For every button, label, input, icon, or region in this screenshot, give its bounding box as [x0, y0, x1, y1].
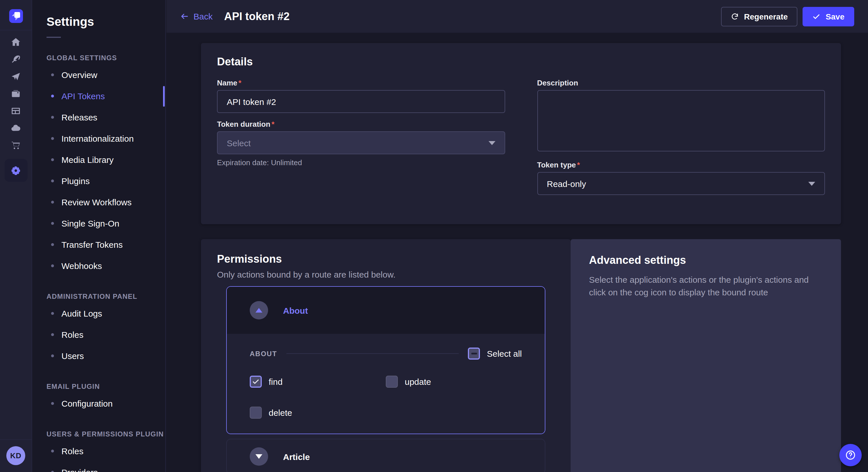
- refresh-icon: [731, 12, 739, 20]
- bullet-icon: [51, 243, 54, 246]
- sidebar-item-up-roles[interactable]: Roles: [32, 440, 165, 462]
- sidebar-item-media-library[interactable]: Media Library: [32, 149, 165, 170]
- sidebar-item-single-sign-on[interactable]: Single Sign-On: [32, 213, 165, 234]
- sidebar-item-audit-logs[interactable]: Audit Logs: [32, 303, 165, 324]
- bullet-icon: [51, 264, 54, 267]
- back-link[interactable]: Back: [180, 11, 213, 21]
- feather-icon[interactable]: [7, 53, 25, 65]
- description-textarea[interactable]: [537, 90, 825, 151]
- page-title: API token #2: [224, 10, 290, 23]
- token-type-label: Token type*: [537, 161, 825, 169]
- bullet-icon: [51, 471, 54, 472]
- icon-rail: KD: [0, 0, 32, 472]
- regenerate-button[interactable]: Regenerate: [721, 7, 798, 26]
- sidebar-title: Settings: [46, 15, 165, 29]
- section-global-settings: GLOBAL SETTINGS: [46, 54, 165, 62]
- media-icon[interactable]: [7, 88, 25, 100]
- advanced-settings-heading: Advanced settings: [589, 254, 823, 267]
- page-content: Details Name* Token duration* Select: [166, 33, 868, 472]
- section-administration-panel: ADMINISTRATION PANEL: [46, 293, 165, 301]
- find-checkbox[interactable]: [250, 376, 262, 388]
- token-duration-select[interactable]: Select: [217, 131, 505, 154]
- cart-icon[interactable]: [7, 139, 25, 151]
- sidebar-item-internationalization[interactable]: Internationalization: [32, 128, 165, 149]
- accordion-article-header[interactable]: Article: [227, 439, 545, 472]
- sidebar-item-configuration[interactable]: Configuration: [32, 393, 165, 414]
- active-indicator: [163, 86, 165, 106]
- sidebar-item-providers[interactable]: Providers: [32, 462, 165, 472]
- action-row-delete: delete: [250, 407, 386, 419]
- rail-divider: [0, 439, 32, 440]
- action-row-find: find: [250, 376, 386, 388]
- cloud-icon[interactable]: [7, 122, 25, 134]
- permissions-subtitle: Only actions bound by a route are listed…: [217, 270, 555, 279]
- sidebar-item-plugins[interactable]: Plugins: [32, 170, 165, 192]
- send-icon[interactable]: [7, 71, 25, 82]
- name-input[interactable]: [217, 90, 505, 113]
- strapi-admin-app: KD Settings GLOBAL SETTINGS Overview API…: [0, 0, 868, 472]
- bullet-icon: [51, 116, 54, 119]
- bullet-icon: [51, 355, 54, 357]
- section-email-plugin: EMAIL PLUGIN: [46, 382, 165, 391]
- page-header: Back API token #2 Regenerate Save: [166, 0, 868, 33]
- bullet-icon: [51, 222, 54, 225]
- permissions-heading: Permissions: [217, 253, 555, 266]
- expand-toggle-icon[interactable]: [250, 447, 268, 466]
- required-asterisk: *: [577, 161, 580, 169]
- bullet-icon: [51, 95, 54, 98]
- group-divider: [286, 353, 459, 354]
- accordion-about-header[interactable]: About: [227, 287, 545, 334]
- question-mark-icon: [844, 449, 857, 461]
- required-asterisk: *: [239, 78, 241, 87]
- check-icon: [813, 12, 820, 20]
- sidebar-item-releases[interactable]: Releases: [32, 107, 165, 128]
- save-button[interactable]: Save: [803, 7, 854, 26]
- sidebar-item-admin-roles[interactable]: Roles: [32, 324, 165, 345]
- bullet-icon: [51, 201, 54, 204]
- accordion-article-label: Article: [283, 452, 310, 461]
- bullet-icon: [51, 402, 54, 405]
- sidebar-item-webhooks[interactable]: Webhooks: [32, 255, 165, 276]
- arrow-left-icon: [180, 12, 189, 21]
- token-type-select[interactable]: Read-only: [537, 172, 825, 195]
- bullet-icon: [51, 137, 54, 140]
- name-label: Name*: [217, 78, 505, 87]
- accordion-about-label: About: [283, 305, 308, 315]
- layout-icon[interactable]: [7, 105, 25, 117]
- permissions-card: Permissions Only actions bound by a rout…: [201, 239, 570, 472]
- accordion-article: Article: [226, 439, 546, 472]
- rail-divider: [0, 30, 32, 30]
- bullet-icon: [51, 73, 54, 76]
- main-area: Back API token #2 Regenerate Save Detail…: [166, 0, 868, 472]
- delete-checkbox[interactable]: [250, 407, 262, 419]
- sidebar-title-divider: [46, 37, 61, 38]
- bullet-icon: [51, 158, 54, 161]
- required-asterisk: *: [272, 120, 274, 129]
- sidebar-item-transfer-tokens[interactable]: Transfer Tokens: [32, 234, 165, 255]
- help-button[interactable]: [839, 444, 862, 466]
- details-card: Details Name* Token duration* Select: [201, 43, 841, 224]
- settings-sidebar: Settings GLOBAL SETTINGS Overview API To…: [32, 0, 166, 472]
- token-duration-label: Token duration*: [217, 120, 505, 129]
- sidebar-item-review-workflows[interactable]: Review Workflows: [32, 192, 165, 213]
- section-users-permissions-plugin: USERS & PERMISSIONS PLUGIN: [46, 430, 165, 438]
- select-all-label: Select all: [487, 349, 522, 359]
- strapi-logo-icon[interactable]: [9, 9, 23, 23]
- bullet-icon: [51, 333, 54, 336]
- bullet-icon: [51, 450, 54, 452]
- bullet-icon: [51, 312, 54, 315]
- select-all-checkbox[interactable]: [468, 347, 480, 360]
- details-heading: Details: [217, 56, 825, 68]
- update-checkbox[interactable]: [386, 376, 398, 388]
- gear-icon[interactable]: [4, 159, 27, 182]
- sidebar-item-api-tokens[interactable]: API Tokens: [32, 86, 165, 107]
- home-icon[interactable]: [7, 36, 25, 48]
- collapse-toggle-icon[interactable]: [250, 301, 268, 319]
- bullet-icon: [51, 179, 54, 182]
- sidebar-item-overview[interactable]: Overview: [32, 64, 165, 86]
- accordion-about-body: ABOUT Select all: [227, 334, 545, 434]
- avatar[interactable]: KD: [6, 446, 25, 465]
- token-duration-helper: Expiration date: Unlimited: [217, 158, 505, 167]
- chevron-down-icon: [488, 141, 495, 145]
- sidebar-item-users[interactable]: Users: [32, 345, 165, 367]
